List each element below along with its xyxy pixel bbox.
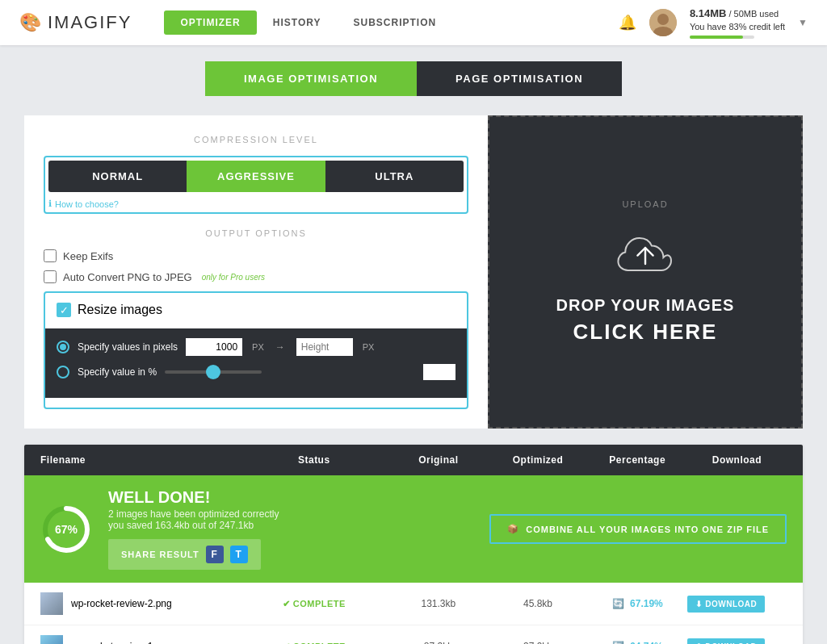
file-optimized: 37.9kb bbox=[488, 641, 587, 644]
tab-image-opt[interactable]: IMAGE OPTIMISATION bbox=[205, 61, 417, 96]
zip-label: COMBINE ALL YOUR IMAGES INTO ONE ZIP FIL… bbox=[526, 525, 769, 534]
results-area: Filename Status Original Optimized Perce… bbox=[24, 445, 803, 644]
info-icon: ℹ bbox=[48, 199, 52, 209]
auto-convert-checkbox[interactable] bbox=[44, 270, 57, 283]
radio-percent[interactable] bbox=[57, 366, 69, 378]
bell-icon[interactable]: 🔔 bbox=[619, 14, 636, 31]
dash-icon: → bbox=[275, 341, 285, 353]
upload-panel[interactable]: UPLOAD DROP YOUR IMAGES CLICK HERE bbox=[488, 115, 803, 429]
usage-info: 8.14MB / 50MB used You have 83% credit l… bbox=[690, 6, 785, 39]
well-done-sub2: you saved 163.4kb out of 247.1kb bbox=[108, 520, 473, 531]
resize-label: Resize images bbox=[78, 303, 162, 317]
file-status: ✔ COMPLETE bbox=[239, 599, 388, 609]
file-percentage: 🔄 67.19% bbox=[588, 598, 687, 609]
percent-row: Specify value in % 100 bbox=[57, 364, 455, 380]
radio-pixels[interactable] bbox=[57, 341, 69, 353]
cloud-upload-icon bbox=[613, 228, 678, 277]
comp-btn-aggressive[interactable]: AGGRESSIVE bbox=[187, 161, 325, 192]
keep-exifs-checkbox[interactable] bbox=[44, 249, 57, 262]
col-percentage: Percentage bbox=[588, 454, 687, 466]
comp-btn-normal[interactable]: NORMAL bbox=[48, 161, 187, 192]
usage-credit: You have 83% credit left bbox=[690, 21, 785, 33]
well-done-sub1: 2 images have been optimized correctly bbox=[108, 508, 473, 520]
height-input[interactable] bbox=[296, 338, 353, 356]
percent-slider[interactable] bbox=[165, 370, 262, 374]
logo-icon: 🎨 bbox=[19, 12, 41, 33]
file-optimized: 45.8kb bbox=[488, 598, 587, 609]
keep-exifs-label: Keep Exifs bbox=[63, 250, 113, 262]
logo: 🎨 IMAGIFY bbox=[19, 12, 132, 33]
usage-total: 50MB used bbox=[734, 9, 779, 19]
height-px-label: PX bbox=[363, 342, 375, 352]
col-download: Download bbox=[687, 454, 787, 466]
zip-icon: 📦 bbox=[507, 524, 519, 534]
percent-label: Specify value in % bbox=[78, 366, 157, 378]
page-tabs: IMAGE OPTIMISATION PAGE OPTIMISATION bbox=[24, 61, 803, 96]
auto-convert-label: Auto Convert PNG to JPEG bbox=[63, 271, 192, 283]
resize-header: ✓ Resize images bbox=[57, 303, 455, 317]
main-nav: OPTIMIZER HISTORY SUBSCRIPTION bbox=[164, 10, 618, 35]
output-options: OUTPUT OPTIONS Keep Exifs Auto Convert P… bbox=[44, 228, 468, 409]
well-done-title: WELL DONE! bbox=[108, 488, 473, 507]
header: 🎨 IMAGIFY OPTIMIZER HISTORY SUBSCRIPTION… bbox=[0, 0, 827, 45]
avatar bbox=[649, 9, 677, 36]
comp-btn-ultra[interactable]: ULTRA bbox=[325, 161, 464, 192]
nav-subscription[interactable]: SUBSCRIPTION bbox=[337, 10, 452, 35]
download-icon: ⬇ bbox=[695, 600, 703, 608]
usage-bar-fill bbox=[690, 36, 743, 39]
compression-title: COMPRESSION LEVEL bbox=[44, 135, 468, 144]
well-done-text: WELL DONE! 2 images have been optimized … bbox=[108, 488, 473, 570]
col-original: Original bbox=[388, 454, 488, 466]
tab-page-opt[interactable]: PAGE OPTIMISATION bbox=[417, 61, 622, 96]
combine-zip-button[interactable]: 📦 COMBINE ALL YOUR IMAGES INTO ONE ZIP F… bbox=[489, 514, 787, 544]
table-header: Filename Status Original Optimized Perce… bbox=[24, 445, 803, 475]
resize-box: ✓ Resize images Specify values in pixels… bbox=[44, 291, 468, 409]
pixels-label: Specify values in pixels bbox=[78, 341, 178, 353]
how-to-link[interactable]: ℹ How to choose? bbox=[48, 199, 464, 209]
auto-convert-row: Auto Convert PNG to JPEG only for Pro us… bbox=[44, 270, 468, 283]
file-name-cell: wp-rocket-review-2.png bbox=[40, 592, 239, 615]
table-row: wp-rocket-review-2.png ✔ COMPLETE 131.3k… bbox=[24, 583, 803, 625]
usage-amount: 8.14MB bbox=[690, 7, 727, 19]
resize-check-icon[interactable]: ✓ bbox=[57, 303, 71, 317]
header-right: 🔔 8.14MB / 50MB used You have 83% credit… bbox=[619, 6, 808, 39]
pixels-row: Specify values in pixels PX → PX bbox=[57, 338, 455, 356]
file-name: wp-rocket-review-1.png bbox=[71, 641, 172, 644]
file-download-cell: ⬇ DOWNLOAD bbox=[687, 638, 787, 645]
upload-label: UPLOAD bbox=[622, 199, 668, 209]
facebook-icon: f bbox=[206, 546, 224, 563]
file-status: ✔ COMPLETE bbox=[239, 642, 388, 645]
drop-text: DROP YOUR IMAGES bbox=[556, 296, 735, 315]
file-name-cell: wp-rocket-review-1.png bbox=[40, 635, 239, 644]
share-label: SHARE RESULT bbox=[121, 550, 199, 559]
download-button-0[interactable]: ⬇ DOWNLOAD bbox=[687, 596, 766, 613]
compression-box: NORMAL AGGRESSIVE ULTRA ℹ How to choose? bbox=[44, 156, 468, 214]
twitter-icon: t bbox=[230, 546, 248, 563]
compression-buttons: NORMAL AGGRESSIVE ULTRA bbox=[48, 161, 464, 192]
left-panel: COMPRESSION LEVEL NORMAL AGGRESSIVE ULTR… bbox=[24, 115, 488, 429]
progress-circle: 67% bbox=[40, 504, 92, 555]
file-name: wp-rocket-review-2.png bbox=[71, 598, 172, 609]
nav-history[interactable]: HISTORY bbox=[257, 10, 338, 35]
percent-value: 100 bbox=[423, 364, 455, 380]
keep-exifs-row: Keep Exifs bbox=[44, 249, 468, 262]
resize-options: Specify values in pixels PX → PX Specify… bbox=[45, 328, 467, 398]
share-result-button[interactable]: SHARE RESULT f t bbox=[108, 539, 261, 570]
download-button-1[interactable]: ⬇ DOWNLOAD bbox=[687, 638, 766, 645]
nav-optimizer[interactable]: OPTIMIZER bbox=[164, 10, 256, 35]
upload-icon bbox=[613, 228, 678, 280]
file-thumb bbox=[40, 635, 63, 644]
click-here-text[interactable]: CLICK HERE bbox=[573, 320, 718, 345]
file-original: 87.3kb bbox=[388, 641, 488, 644]
width-input[interactable] bbox=[186, 338, 242, 356]
content-area: COMPRESSION LEVEL NORMAL AGGRESSIVE ULTR… bbox=[24, 115, 803, 429]
well-done-row: 67% WELL DONE! 2 images have been optimi… bbox=[24, 475, 803, 583]
svg-point-1 bbox=[657, 14, 669, 25]
dropdown-arrow-icon[interactable]: ▼ bbox=[798, 17, 808, 28]
progress-percent: 67% bbox=[55, 523, 78, 536]
px-label: PX bbox=[252, 342, 264, 352]
col-optimized: Optimized bbox=[488, 454, 587, 466]
file-percentage: 🔄 64.74% bbox=[588, 641, 687, 644]
col-filename: Filename bbox=[40, 454, 239, 466]
slider-container bbox=[165, 370, 415, 374]
